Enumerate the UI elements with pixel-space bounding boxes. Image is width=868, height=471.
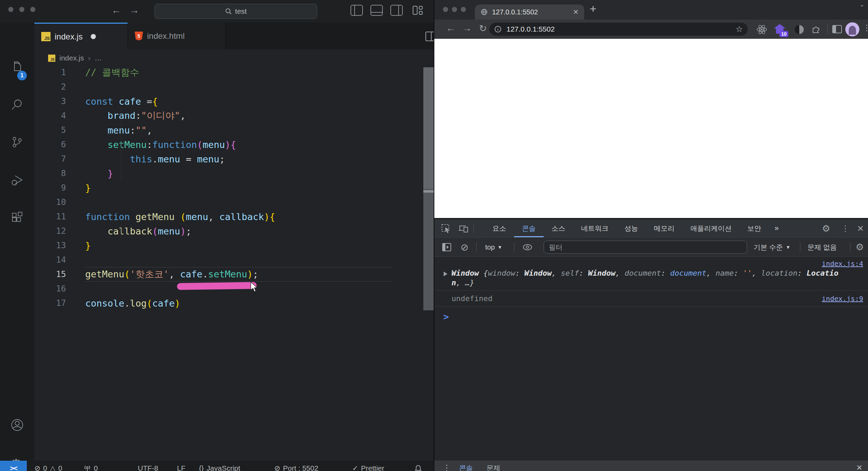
console-message[interactable]: undefined index.js:9 [434,291,868,307]
forward-button[interactable]: → [463,23,472,34]
close-button[interactable] [8,7,13,12]
code-line-12[interactable]: 12 callback(menu); [34,224,434,238]
code-line-3[interactable]: 3const cafe ={ [34,94,434,108]
side-panel-icon[interactable] [832,25,842,35]
customize-layout-button[interactable] [412,5,424,16]
line-number[interactable]: 4 [34,111,66,120]
encoding-status[interactable]: UTF-8 [138,461,158,471]
devtools-menu-icon[interactable]: ⋮ [841,219,849,238]
console-sidebar-icon[interactable] [442,242,452,253]
bookmark-star-icon[interactable]: ☆ [735,24,743,34]
toggle-sidebar-left-button[interactable] [350,5,363,16]
code-line-10[interactable]: 10 [34,195,434,209]
tab-index-js[interactable]: JS index.js [34,23,128,49]
profile-avatar[interactable] [845,22,859,36]
line-number[interactable]: 3 [34,96,66,106]
code-line-11[interactable]: 11function getMenu (menu, callback){ [34,209,434,224]
line-number[interactable]: 2 [34,82,66,92]
code-editor[interactable]: 1// 콜백함수23const cafe ={4 brand:"이디야",5 m… [34,65,434,310]
devtools-tab[interactable]: 콘솔 [514,219,544,237]
drawer-menu-icon[interactable]: ⋮ [443,460,451,471]
drawer-close-icon[interactable]: ✕ [856,460,863,471]
dark-mode-extension-icon[interactable] [794,24,805,36]
line-number[interactable]: 11 [34,212,66,221]
breadcrumb-symbol[interactable]: … [94,54,102,62]
breadcrumb[interactable]: JS index.js › … [48,52,102,64]
breadcrumb-file[interactable]: index.js [59,54,84,62]
code-line-17[interactable]: 17console.log(cafe) [34,296,434,310]
line-number[interactable]: 8 [34,169,66,178]
live-expression-eye-icon[interactable] [522,243,533,253]
source-control-icon[interactable] [10,135,25,150]
line-number[interactable]: 15 [34,269,66,279]
line-number[interactable]: 6 [34,140,66,149]
run-debug-icon[interactable] [10,172,25,187]
code-line-1[interactable]: 1// 콜백함수 [34,65,434,80]
formatter-status[interactable]: ✓Prettier [352,461,384,471]
more-tabs-icon[interactable]: » [769,224,784,233]
page-viewport[interactable] [434,39,868,218]
browser-tab[interactable]: 127.0.0.1:5502 ✕ [475,4,584,20]
line-number[interactable]: 13 [34,241,66,250]
close-tab-icon[interactable]: ✕ [573,8,579,16]
code-line-6[interactable]: 6 setMenu:function(menu){ [34,137,434,152]
line-number[interactable]: 14 [34,255,66,265]
code-line-15[interactable]: 15getMenu('핫초코', cafe.setMenu); [34,267,434,282]
ports-status[interactable]: 0 [84,461,98,471]
toggle-panel-button[interactable] [370,5,383,16]
zoom-button[interactable] [30,7,35,12]
address-bar[interactable]: 127.0.0.1:5502 ☆ [489,23,748,36]
code-line-4[interactable]: 4 brand:"이디야", [34,108,434,123]
expand-triangle-icon[interactable] [444,272,447,276]
console-prompt-chevron[interactable]: > [434,307,868,322]
code-line-13[interactable]: 13} [34,238,434,253]
log-level-selector[interactable]: 기본 수준▼ [754,238,790,257]
code-line-2[interactable]: 2 [34,80,434,94]
tab-index-html[interactable]: 5 index.html [128,23,225,49]
extensions-icon[interactable] [10,210,25,225]
extensions-puzzle-icon[interactable] [810,24,821,36]
code-line-7[interactable]: 7 this.menu = menu; [34,152,434,166]
devtools-tab[interactable]: 성능 [616,219,646,237]
issues-counter[interactable]: 문제 없음 [808,238,837,257]
source-link[interactable]: index.js:4 [822,260,863,268]
console-log-area[interactable]: index.js:4 Window {window: Window, self:… [434,257,868,460]
line-number[interactable]: 7 [34,154,66,164]
code-line-8[interactable]: 8 } [34,166,434,181]
unsaved-changes-dot[interactable] [91,34,96,39]
line-number[interactable]: 5 [34,125,66,135]
eol-status[interactable]: LF [177,461,186,471]
context-selector[interactable]: top▼ [485,238,502,257]
history-back-button[interactable]: ← [111,5,121,16]
devtools-tab[interactable]: 애플리케이션 [682,219,739,237]
close-button[interactable] [443,7,448,12]
devtools-close-icon[interactable]: ✕ [857,219,864,238]
devtools-tab[interactable]: 네트워크 [573,219,616,237]
devtools-settings-gear-icon[interactable]: ⚙ [822,219,830,238]
command-center-search[interactable]: test [155,4,317,19]
code-line-14[interactable]: 14 [34,253,434,267]
reload-button[interactable]: ↻ [479,23,487,34]
drawer-tab-console[interactable]: 콘솔 [459,460,473,471]
account-icon[interactable] [10,417,25,433]
problems-status[interactable]: ⊘0 △0 [34,461,62,471]
toggle-sidebar-right-button[interactable] [390,5,403,16]
new-tab-button[interactable]: + [590,2,597,15]
drawer-tab-issues[interactable]: 문제 [487,460,500,471]
line-number[interactable]: 17 [34,298,66,308]
line-number[interactable]: 1 [34,68,66,77]
code-line-5[interactable]: 5 menu:"", [34,123,434,137]
live-server-port-status[interactable]: ⊘Port : 5502 [274,461,318,471]
history-forward-button[interactable]: → [130,5,139,16]
devtools-tab[interactable]: 소스 [544,219,573,237]
search-sidebar-icon[interactable] [10,97,25,112]
language-status[interactable]: {}JavaScript [199,461,240,471]
remote-indicator[interactable]: >< [0,461,27,471]
line-number[interactable]: 10 [34,197,66,207]
device-toolbar-icon[interactable] [458,224,469,234]
clear-console-icon[interactable]: ⊘ [460,238,468,257]
minimize-button[interactable] [19,7,24,12]
source-link[interactable]: index.js:9 [822,295,863,303]
code-line-9[interactable]: 9} [34,181,434,195]
console-settings-gear-icon[interactable]: ⚙ [856,238,864,257]
